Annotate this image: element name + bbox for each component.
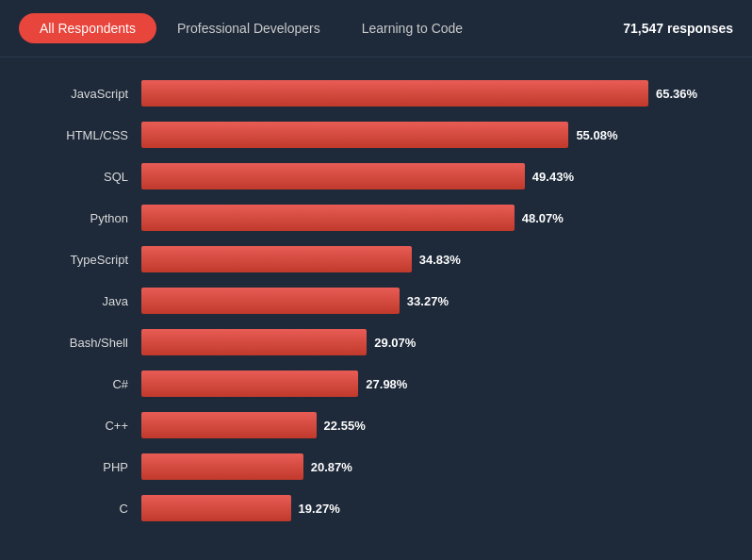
bar-value: 22.55% bbox=[324, 419, 366, 433]
bar-label: C++ bbox=[28, 419, 141, 433]
bar-track: 22.55% bbox=[141, 412, 724, 438]
bar-fill bbox=[141, 80, 648, 107]
bar-track: 65.36% bbox=[141, 80, 724, 107]
bar-track: 48.07% bbox=[141, 205, 724, 231]
bar-fill bbox=[141, 412, 317, 438]
tab-professional-developers[interactable]: Professional Developers bbox=[156, 13, 341, 43]
bar-track: 49.43% bbox=[141, 163, 724, 189]
bar-value: 33.27% bbox=[407, 294, 449, 308]
chart-container: JavaScript65.36%HTML/CSS55.08%SQL49.43%P… bbox=[0, 58, 752, 542]
bar-row: C#27.98% bbox=[28, 367, 724, 401]
bar-fill bbox=[141, 122, 568, 148]
bar-value: 29.07% bbox=[374, 336, 416, 350]
bar-track: 33.27% bbox=[141, 288, 724, 314]
bar-row: HTML/CSS55.08% bbox=[28, 118, 724, 152]
tab-learning-to-code[interactable]: Learning to Code bbox=[341, 13, 483, 43]
bar-value: 34.83% bbox=[419, 253, 461, 267]
bar-row: Java33.27% bbox=[28, 284, 724, 318]
bar-label: HTML/CSS bbox=[28, 128, 141, 142]
bar-track: 29.07% bbox=[141, 329, 724, 355]
bar-track: 19.27% bbox=[141, 495, 724, 521]
responses-count: 71,547 responses bbox=[623, 21, 733, 36]
bar-label: C# bbox=[28, 377, 141, 391]
bar-value: 55.08% bbox=[576, 128, 617, 142]
tab-all-respondents[interactable]: All Respondents bbox=[19, 13, 156, 43]
bar-row: Python48.07% bbox=[28, 201, 724, 235]
bar-track: 34.83% bbox=[141, 246, 724, 272]
bar-label: Python bbox=[28, 211, 141, 225]
bar-fill bbox=[141, 329, 367, 355]
bar-row: PHP20.87% bbox=[28, 450, 724, 484]
bar-fill bbox=[141, 205, 515, 231]
bar-row: Bash/Shell29.07% bbox=[28, 325, 724, 359]
bar-row: C19.27% bbox=[28, 491, 724, 525]
bar-row: JavaScript65.36% bbox=[28, 76, 724, 110]
responses-number: 71,547 bbox=[623, 21, 663, 36]
bar-value: 20.87% bbox=[311, 460, 352, 474]
bar-row: SQL49.43% bbox=[28, 159, 724, 193]
bar-row: TypeScript34.83% bbox=[28, 242, 724, 276]
bar-fill bbox=[141, 495, 291, 521]
bar-label: TypeScript bbox=[28, 253, 141, 267]
bar-label: PHP bbox=[28, 460, 141, 474]
bar-label: Bash/Shell bbox=[28, 336, 141, 350]
bar-row: C++22.55% bbox=[28, 408, 724, 442]
bar-value: 49.43% bbox=[532, 170, 574, 184]
bar-track: 27.98% bbox=[141, 371, 724, 397]
bar-fill bbox=[141, 246, 412, 272]
tab-group: All Respondents Professional Developers … bbox=[19, 13, 483, 43]
bar-label: SQL bbox=[28, 170, 141, 184]
bar-label: JavaScript bbox=[28, 87, 141, 101]
bar-track: 55.08% bbox=[141, 122, 724, 148]
bar-track: 20.87% bbox=[141, 453, 724, 480]
bar-value: 19.27% bbox=[299, 502, 340, 516]
bar-value: 27.98% bbox=[366, 377, 407, 391]
top-bar: All Respondents Professional Developers … bbox=[0, 0, 752, 58]
bar-value: 65.36% bbox=[656, 87, 697, 101]
bar-label: Java bbox=[28, 294, 141, 308]
bar-fill bbox=[141, 288, 400, 314]
bar-label: C bbox=[28, 502, 141, 516]
bar-value: 48.07% bbox=[522, 211, 564, 225]
bar-fill bbox=[141, 453, 303, 480]
bar-fill bbox=[141, 371, 358, 397]
responses-label: responses bbox=[667, 21, 733, 36]
bar-fill bbox=[141, 163, 525, 189]
